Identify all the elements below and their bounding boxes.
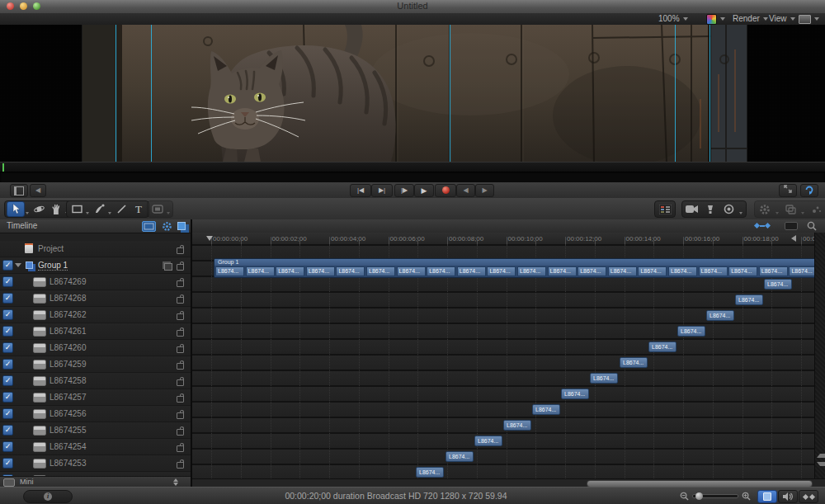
group-clip-segment[interactable]: L8674... [517,266,546,276]
group-clip-segment[interactable]: L8674... [397,266,426,276]
group-clip-segment[interactable]: L8674... [548,266,577,276]
add-behavior-button[interactable] [757,203,772,215]
zoom-in-icon[interactable] [742,492,751,501]
window-layout-dropdown[interactable] [799,13,819,25]
group-clip-segment[interactable]: L8674... [246,266,275,276]
layer-visibility-checkbox[interactable]: ✓ [2,375,13,386]
group-clip-segment[interactable]: L8674... [336,266,365,276]
previous-button[interactable]: ◀ [30,184,46,197]
layer-visibility-checkbox[interactable]: ✓ [2,276,13,287]
bezier-pen-tool[interactable] [91,202,107,216]
group-clip-segment[interactable]: L8674... [306,266,335,276]
lock-icon[interactable] [177,363,184,370]
line-tool[interactable] [113,202,130,216]
group-clip-segment[interactable]: L8674... [668,266,697,276]
layer-row-l8674268[interactable]: ✓L8674268 [0,290,191,307]
title-bar[interactable]: Untitled [0,0,825,14]
layer-row-l8674262[interactable]: ✓L8674262 [0,307,191,323]
fullscreen-button[interactable] [779,184,797,197]
show-behaviors-icon[interactable] [162,221,172,232]
group-clip-segment[interactable]: L8674... [276,266,304,276]
playhead-marker[interactable] [206,236,213,241]
mini-playhead[interactable] [2,163,4,172]
timeline-clip[interactable]: L8674... [677,326,705,337]
new-light-button[interactable] [703,203,718,215]
go-to-end-button[interactable]: ▶| [371,184,393,197]
lock-icon[interactable] [177,264,184,271]
lock-icon[interactable] [177,280,184,287]
render-dropdown[interactable]: Render [733,13,768,25]
rectangle-tool[interactable] [68,202,85,216]
layer-row-l8674253[interactable]: ✓L8674253 [0,455,191,472]
group-clip-segment[interactable]: L8674... [215,266,244,276]
layer-row-l8674269[interactable]: ✓L8674269 [0,274,191,290]
track-display-button[interactable] [785,222,798,230]
timeline-clip[interactable]: L8674... [764,279,792,290]
show-keyframes-button[interactable] [755,224,770,228]
zoom-out-icon[interactable] [680,492,689,501]
show-keyframe-editor-button[interactable] [799,490,818,503]
play-from-start-button[interactable]: |▶ [394,184,414,197]
group-clip-segment[interactable]: L8674... [638,266,667,276]
track-size-stepper[interactable] [173,478,178,486]
timeline-clip[interactable]: L8674... [648,341,676,352]
group-clip-segment[interactable]: L8674... [608,266,637,276]
timeline-clip[interactable]: L8674... [446,451,474,462]
layer-row-group-1[interactable]: ✓Group 1 [0,257,191,274]
timeline-ruler[interactable]: 00:00:00;0000:00:02;0000:00:04;0000:00:0… [192,233,825,245]
lock-icon[interactable] [177,396,184,403]
group-clip-segment[interactable]: L8674... [789,266,818,276]
timeline-clip[interactable]: L8674... [416,467,444,478]
layer-row-l8674258[interactable]: ✓L8674258 [0,373,191,389]
layer-row-project[interactable]: Project [0,241,191,257]
select-transform-tool[interactable] [7,201,25,217]
layer-row-l8674259[interactable]: ✓L8674259 [0,356,191,373]
step-back-button[interactable]: ◀ [456,184,475,197]
group-clip-segment[interactable]: L8674... [728,266,757,276]
scroll-down-arrow[interactable] [817,462,825,466]
layer-visibility-checkbox[interactable]: ✓ [2,309,13,320]
group-clip-segment[interactable]: L8674... [759,266,788,276]
group-clip-segment[interactable]: L8674... [699,266,728,276]
add-filter-button[interactable] [783,203,798,215]
layer-visibility-checkbox[interactable]: ✓ [2,408,13,419]
group-clip-segment[interactable]: L8674... [487,266,516,276]
layer-visibility-checkbox[interactable]: ✓ [2,359,13,370]
timeline-tracks[interactable]: Group 1L8674...L8674...L8674...L8674...L… [192,244,825,478]
timeline-scrub-bar[interactable] [0,172,825,183]
show-audio-button[interactable] [778,490,798,503]
layer-row-l8674256[interactable]: ✓L8674256 [0,406,191,422]
layer-row-l8674257[interactable]: ✓L8674257 [0,389,191,406]
rectangle-mask-tool[interactable] [149,202,166,216]
horizontal-scroll-thumb[interactable] [587,480,813,487]
timeline-clip[interactable]: L8674... [706,310,734,321]
lock-icon[interactable] [177,247,184,254]
layer-visibility-checkbox[interactable]: ✓ [2,458,13,469]
show-project-pane-button[interactable] [10,184,28,197]
step-forward-button[interactable]: ▶ [475,184,494,197]
layer-visibility-checkbox[interactable]: ✓ [2,326,13,337]
record-button[interactable] [435,184,456,197]
layer-visibility-checkbox[interactable]: ✓ [2,260,13,271]
lock-icon[interactable] [177,462,184,469]
new-generator-button[interactable] [721,203,736,215]
group-clip-segment[interactable]: L8674... [427,266,455,276]
timeline-clip[interactable]: L8674... [735,294,763,305]
vertical-scrollbar[interactable] [814,233,825,478]
layer-row-l8674261[interactable]: ✓L8674261 [0,323,191,340]
project-pane-toggle-button[interactable] [658,203,672,215]
zoom-level-dropdown[interactable]: 100% [658,13,688,25]
timeline-clip[interactable]: L8674... [503,420,531,431]
play-button[interactable]: ▶ [414,184,434,197]
timeline-clip[interactable]: L8674... [561,389,589,399]
make-particles-button[interactable] [808,203,823,215]
text-tool[interactable]: T [130,202,147,216]
timeline-clip[interactable]: L8674... [474,436,502,446]
group-track-bar[interactable]: Group 1L8674...L8674...L8674...L8674...L… [214,258,818,278]
group-clip-segment[interactable]: L8674... [457,266,486,276]
group-clip-segment[interactable]: L8674... [366,266,395,276]
lock-icon[interactable] [177,297,184,304]
channels-dropdown[interactable] [706,13,725,25]
timeline-clip[interactable]: L8674... [590,373,618,384]
view-dropdown[interactable]: View [769,13,795,25]
